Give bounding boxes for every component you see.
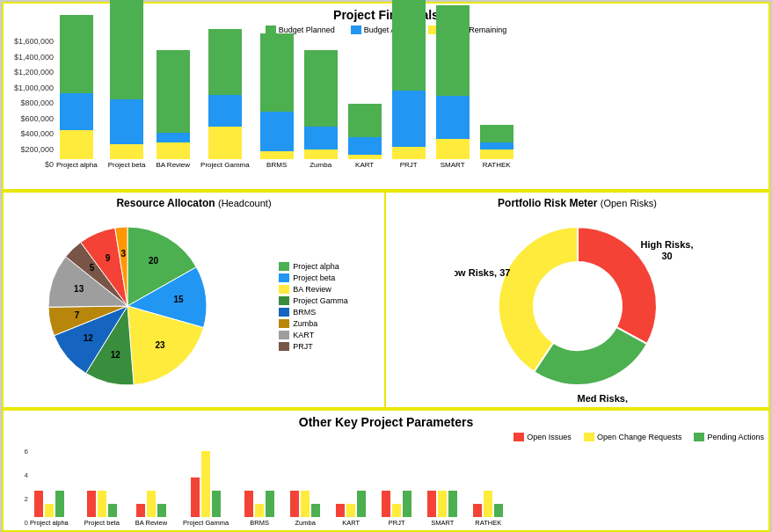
bar-label: RATHEK [483,161,511,169]
bar-group-KART: KART [348,104,382,169]
pie-legend-gamma: Project Gamma [279,296,348,305]
other-bar-stack [427,438,457,517]
other-bar-group: KART [336,438,366,527]
bar-stack [304,50,338,159]
bar-issues [244,491,253,517]
other-bar-group: Project beta [84,438,120,527]
bar-stack [436,5,470,159]
y-axis-financials: $1,600,000 $1,400,000 $1,200,000 $1,000,… [8,37,56,169]
bar-remaining [436,139,470,159]
svg-text:13: 13 [74,284,84,294]
bar-planned [157,50,190,133]
svg-text:Med Risks,24: Med Risks,24 [577,393,627,403]
other-bar-label: KART [342,519,360,527]
bar-actual [480,142,513,149]
resource-section: Resource Allocaton (Headcount) 201523121… [4,193,386,407]
bar-changes [392,504,401,517]
svg-text:3: 3 [121,249,127,259]
pie-svg: 2015231212713593 [40,218,215,394]
other-bar-stack [473,438,503,517]
bar-planned [392,0,426,91]
middle-section: Resource Allocaton (Headcount) 201523121… [2,191,770,409]
bar-remaining [157,142,190,159]
svg-text:5: 5 [90,263,95,273]
other-bar-group: RATHEK [473,438,503,527]
bar-actual [110,99,143,145]
other-bar-stack [191,438,221,517]
bar-planned [208,29,242,95]
bar-label: Zumba [310,161,331,169]
bar-actual [348,137,382,156]
other-legend: Open Issues Open Change Requests Pending… [513,433,764,441]
bar-actual [60,93,93,130]
financials-bar-chart: $1,600,000 $1,400,000 $1,200,000 $1,000,… [8,37,764,169]
pie-chart: 2015231212713593 [40,218,215,394]
bar-label: BA Review [156,161,190,169]
bar-pending [448,491,457,517]
pie-legend-zumba: Zumba [279,319,348,328]
bar-pending [311,504,320,517]
legend-changes: Open Change Requests [584,433,682,441]
legend-pending-label: Pending Actions [707,433,764,441]
dashboard: Project Financials Budget Planned Budget… [0,0,772,532]
bar-stack [392,0,426,159]
svg-text:20: 20 [149,256,159,266]
risk-title: Portfolio Risk Meter (Open Risks) [390,197,764,209]
other-bar-label: RATHEK [475,519,501,527]
bar-group-Projectalpha: Project alpha [56,15,98,169]
bar-actual [260,112,294,151]
financials-section: Project Financials Budget Planned Budget… [2,2,770,191]
bar-remaining [60,130,93,159]
svg-text:15: 15 [174,295,185,304]
donut-chart-container: High Risks,30Med Risks,24Low Risks, 37 [390,209,764,403]
bar-group-SMART: SMART [436,5,470,169]
bar-remaining [304,149,338,159]
bar-pending [55,491,64,517]
bar-changes [255,504,264,517]
bar-pending [494,504,503,517]
bar-group-BRMS: BRMS [260,33,294,169]
bar-planned [60,15,93,93]
other-bar-group: PRJT [382,438,411,527]
bar-planned [110,0,143,99]
bar-changes [201,451,210,517]
bar-group-PRJT: PRJT [392,0,426,169]
other-bar-group: BA Review [135,438,167,527]
other-bar-stack [87,438,117,517]
bar-actual [157,133,190,142]
pie-legend-kart: KART [279,331,348,339]
actual-color [351,26,361,34]
bar-changes [98,491,106,517]
other-bar-label: Project Gamma [183,519,229,527]
bar-remaining [348,155,382,159]
financials-chart-area: $1,600,000 $1,400,000 $1,200,000 $1,000,… [8,37,764,186]
bar-issues [34,491,43,517]
bar-changes [301,491,310,517]
bar-pending [266,491,274,517]
bar-issues [427,491,436,517]
bar-label: SMART [441,161,465,169]
bar-planned [436,5,470,96]
bar-actual [392,91,426,147]
legend-changes-label: Open Change Requests [597,433,682,441]
pie-legend-brms: BRMS [279,308,348,317]
other-bar-stack [244,438,274,517]
bar-issues [136,504,145,517]
other-bar-chart: 6 4 2 0 Project alphaProject betaBA Revi… [8,448,764,527]
other-bar-group: SMART [427,438,457,527]
bar-remaining [208,127,242,160]
bar-group-ProjectGamma: Project Gamma [200,29,250,169]
bar-pending [357,491,366,517]
svg-text:23: 23 [156,340,166,350]
other-bar-label: Project beta [84,519,120,527]
bar-issues [290,491,299,517]
svg-text:Low Risks, 37: Low Risks, 37 [455,267,510,278]
pie-legend-beta: Project beta [279,273,348,282]
bar-remaining [392,147,426,159]
bar-stack [110,0,143,159]
bar-changes [147,491,156,517]
pie-legend-ba: BA Review [279,285,348,294]
bar-stack [157,50,190,159]
other-bar-group: BRMS [244,438,274,527]
legend-issues: Open Issues [513,433,572,441]
